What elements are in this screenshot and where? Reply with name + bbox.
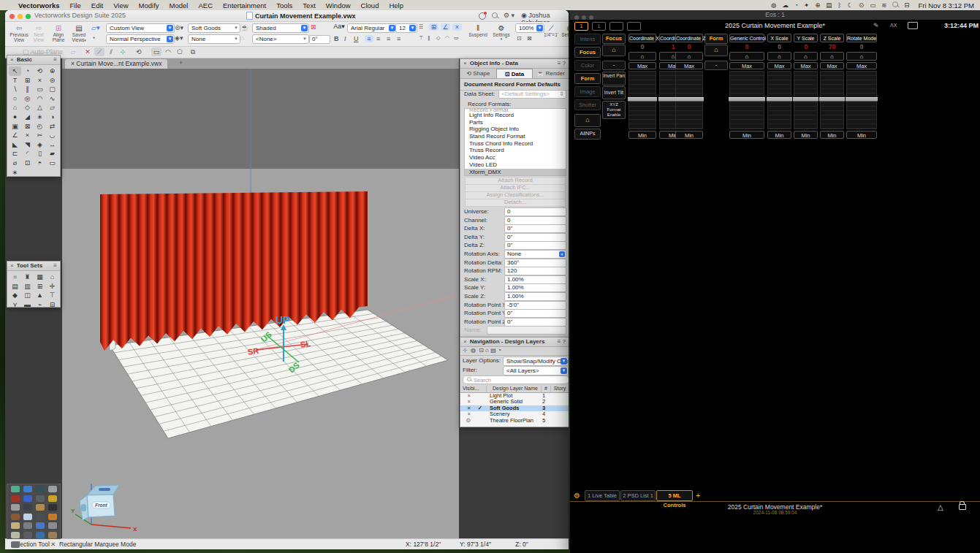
- detach-button[interactable]: Detach...: [465, 199, 566, 207]
- tool-icon[interactable]: ▣: [9, 122, 21, 131]
- battery-icon[interactable]: ▭: [867, 1, 878, 9]
- encoder-min-button[interactable]: Min: [729, 131, 764, 139]
- menubar-clock[interactable]: Fri Nov 8 3:12 PM: [912, 1, 980, 9]
- tool-set-icon[interactable]: ◆: [9, 291, 21, 300]
- tool-icon[interactable]: ◠: [34, 94, 46, 104]
- encoder-min-button[interactable]: Min: [628, 131, 656, 139]
- selection-tool-icon[interactable]: ↖: [9, 66, 21, 76]
- tool-icon[interactable]: ∿: [46, 94, 58, 104]
- encoder-min-button[interactable]: Min: [846, 131, 877, 139]
- tab-data[interactable]: ⊡ Data: [496, 69, 533, 78]
- 3d-marquee-icon[interactable]: ⧉: [188, 47, 198, 56]
- encoder-max-button[interactable]: Max: [729, 62, 764, 69]
- palette-menu-icon[interactable]: ≡: [53, 262, 57, 270]
- align-center-button[interactable]: ≡: [376, 35, 380, 42]
- font-size-select[interactable]: 12▼: [395, 23, 417, 33]
- spotlight-tool-icon[interactable]: [34, 522, 46, 532]
- keyboard-layout-icon[interactable]: ΛΧ: [890, 23, 897, 28]
- notification-bell-icon[interactable]: [479, 12, 486, 20]
- tool-icon[interactable]: ○: [9, 94, 21, 104]
- interactive-scaling-icon[interactable]: ⟋: [94, 47, 105, 56]
- spotlight-tool-icon[interactable]: [34, 514, 46, 523]
- suspend-snapping-button[interactable]: ‖Suspend: [467, 24, 489, 37]
- snap-parallel-icon[interactable]: ∥: [428, 35, 430, 41]
- field-input[interactable]: -5'0": [504, 301, 566, 310]
- list-item[interactable]: Truss Chord Info Record: [465, 140, 566, 148]
- tool-set-icon[interactable]: ▲: [34, 291, 46, 300]
- spotlight-tool-icon[interactable]: [21, 522, 34, 532]
- encoder-home-button[interactable]: ⌂: [820, 52, 844, 61]
- tool-set-icon[interactable]: ▬: [21, 300, 34, 310]
- render-bg-select[interactable]: <None>▼: [252, 34, 309, 44]
- tool-icon[interactable]: ◴: [34, 122, 46, 131]
- encoder-max-button[interactable]: Max: [675, 62, 703, 69]
- tool-icon[interactable]: ◣: [9, 140, 21, 150]
- tool-set-icon[interactable]: ⊟: [46, 300, 58, 310]
- encoder-min-button[interactable]: Min: [794, 131, 818, 139]
- list-item[interactable]: Stand Record Format: [465, 133, 566, 140]
- form-minus-button[interactable]: -: [704, 61, 728, 70]
- category-form[interactable]: Form: [574, 73, 601, 84]
- menu-edit[interactable]: Edit: [86, 1, 108, 9]
- encoder-home-button[interactable]: ⌂: [628, 52, 656, 61]
- gear-icon[interactable]: ⚙: [574, 492, 580, 500]
- tool-icon[interactable]: ∖: [9, 85, 21, 94]
- assign-classifications-button[interactable]: Assign Classifications...: [465, 191, 566, 199]
- polygon-marquee-icon[interactable]: ⬠: [175, 47, 185, 56]
- class-icon[interactable]: ⊜▾: [175, 24, 183, 31]
- field-input[interactable]: 0": [504, 224, 566, 233]
- encoder-slider[interactable]: [729, 71, 764, 129]
- spotlight-tool-icon[interactable]: [34, 532, 46, 541]
- class-select[interactable]: Soft Goods▼: [188, 23, 240, 33]
- encoder-slider[interactable]: [675, 71, 703, 129]
- tab-render[interactable]: ☕ Render: [533, 69, 569, 78]
- tool-icon[interactable]: ⌂: [9, 103, 21, 112]
- field-input[interactable]: 0: [504, 207, 566, 216]
- status-icon-3[interactable]: ✦: [801, 1, 812, 9]
- tool-icon[interactable]: ⊞: [21, 76, 34, 85]
- category-shutter[interactable]: Shutter: [574, 99, 601, 110]
- home-button[interactable]: ⌂: [574, 114, 601, 127]
- macro-triangle-icon[interactable]: △: [938, 503, 943, 511]
- tool-icon[interactable]: ◡: [46, 131, 58, 140]
- tool-icon[interactable]: ⇄: [46, 122, 58, 131]
- spotlight-tool-icon[interactable]: [46, 532, 58, 541]
- menu-file[interactable]: File: [65, 1, 86, 9]
- category-focus[interactable]: Focus: [574, 47, 601, 58]
- spotlight-tool-icon[interactable]: [34, 495, 46, 505]
- tool-icon[interactable]: ◥: [21, 140, 34, 150]
- name-field[interactable]: [487, 326, 566, 335]
- align-right-button[interactable]: ≡: [387, 35, 390, 42]
- list-item[interactable]: Rigging Object Info: [465, 126, 566, 133]
- zoom-tool-icon[interactable]: ⊕: [46, 66, 58, 76]
- projection-icon[interactable]: ◔: [91, 34, 95, 42]
- zoom-level-select[interactable]: 100%▼: [515, 23, 544, 33]
- spotlight-tool-icon[interactable]: [9, 486, 21, 495]
- italic-button[interactable]: I: [344, 35, 346, 42]
- spotlight-tool-icon[interactable]: [9, 541, 21, 549]
- record-format-list[interactable]: Record Format Light Info Record Parts Ri…: [464, 108, 566, 176]
- font-select[interactable]: Arial Regular▼: [347, 23, 397, 33]
- close-palette-icon[interactable]: ×: [10, 262, 14, 270]
- menu-help[interactable]: Help: [384, 1, 409, 9]
- tool-icon[interactable]: ▭: [46, 159, 58, 168]
- rotation-axis-select[interactable]: None▼: [504, 250, 566, 259]
- tool-icon[interactable]: ◎: [21, 94, 34, 104]
- tool-icon[interactable]: ▢: [46, 85, 58, 94]
- tool-icon[interactable]: ∗: [9, 168, 21, 178]
- list-item-selected[interactable]: Xform_DMX: [465, 169, 566, 176]
- tool-icon[interactable]: ▯: [34, 149, 46, 159]
- close-palette-icon[interactable]: ×: [10, 56, 14, 64]
- snap-angle-icon[interactable]: ∠: [441, 23, 450, 31]
- tool-set-icon[interactable]: ♜: [21, 272, 34, 282]
- menu-text[interactable]: Text: [297, 1, 320, 9]
- tool-icon[interactable]: ◑: [46, 112, 58, 122]
- form-home-button[interactable]: ⌂: [704, 45, 728, 56]
- tab-shape[interactable]: ⟲ Shape: [460, 69, 496, 78]
- encoder-max-button[interactable]: Max: [820, 62, 844, 69]
- tool-icon[interactable]: ▰: [46, 149, 58, 159]
- list-item[interactable]: Light Info Record: [465, 112, 566, 119]
- menu-cloud[interactable]: Cloud: [356, 1, 384, 9]
- tool-set-icon[interactable]: ⊞: [34, 282, 46, 291]
- align-left-button[interactable]: ≡: [365, 35, 373, 42]
